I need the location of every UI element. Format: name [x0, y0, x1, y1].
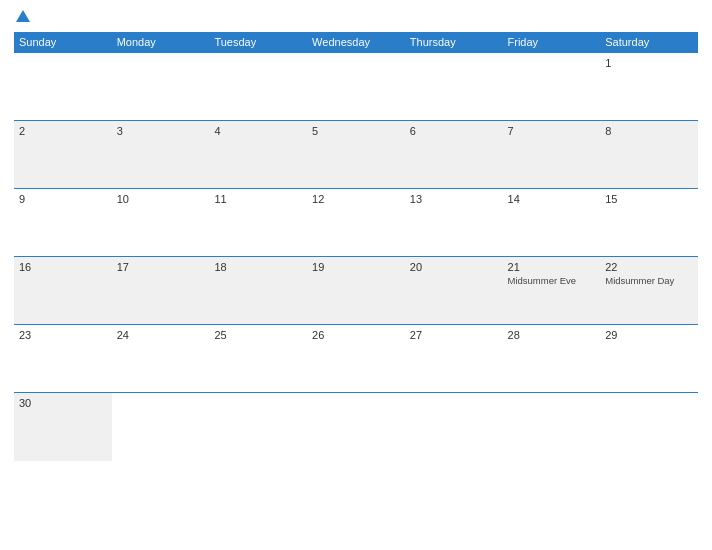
weekday-header-friday: Friday: [503, 32, 601, 53]
day-number: 15: [605, 193, 693, 205]
page-header: [14, 10, 698, 24]
day-number: 10: [117, 193, 205, 205]
day-number: 8: [605, 125, 693, 137]
calendar-cell: [112, 53, 210, 121]
logo-block: [14, 10, 30, 24]
day-number: 9: [19, 193, 107, 205]
day-number: 14: [508, 193, 596, 205]
calendar-cell: [503, 53, 601, 121]
calendar-table: SundayMondayTuesdayWednesdayThursdayFrid…: [14, 32, 698, 461]
calendar-cell: 21Midsummer Eve: [503, 257, 601, 325]
calendar-cell: 30: [14, 393, 112, 461]
weekday-header-wednesday: Wednesday: [307, 32, 405, 53]
calendar-week-row: 2345678: [14, 121, 698, 189]
weekday-header-tuesday: Tuesday: [209, 32, 307, 53]
day-number: 25: [214, 329, 302, 341]
calendar-cell: 8: [600, 121, 698, 189]
calendar-cell: 13: [405, 189, 503, 257]
calendar-cell: [307, 53, 405, 121]
weekday-header-thursday: Thursday: [405, 32, 503, 53]
weekday-header-sunday: Sunday: [14, 32, 112, 53]
calendar-cell: 2: [14, 121, 112, 189]
calendar-cell: [600, 393, 698, 461]
day-number: 5: [312, 125, 400, 137]
day-number: 3: [117, 125, 205, 137]
day-number: 19: [312, 261, 400, 273]
calendar-cell: 24: [112, 325, 210, 393]
calendar-cell: 12: [307, 189, 405, 257]
day-number: 1: [605, 57, 693, 69]
day-number: 11: [214, 193, 302, 205]
calendar-week-row: 23242526272829: [14, 325, 698, 393]
logo-triangle-icon: [16, 10, 30, 22]
day-event: Midsummer Eve: [508, 275, 596, 286]
day-number: 23: [19, 329, 107, 341]
calendar-cell: [14, 53, 112, 121]
day-number: 26: [312, 329, 400, 341]
day-event: Midsummer Day: [605, 275, 693, 286]
calendar-cell: 10: [112, 189, 210, 257]
day-number: 18: [214, 261, 302, 273]
day-number: 12: [312, 193, 400, 205]
calendar-cell: [209, 53, 307, 121]
calendar-cell: 20: [405, 257, 503, 325]
day-number: 30: [19, 397, 107, 409]
calendar-week-row: 30: [14, 393, 698, 461]
calendar-cell: [112, 393, 210, 461]
calendar-cell: 27: [405, 325, 503, 393]
calendar-cell: 19: [307, 257, 405, 325]
day-number: 6: [410, 125, 498, 137]
calendar-cell: [405, 53, 503, 121]
day-number: 16: [19, 261, 107, 273]
calendar-week-row: 161718192021Midsummer Eve22Midsummer Day: [14, 257, 698, 325]
calendar-cell: 11: [209, 189, 307, 257]
calendar-cell: 4: [209, 121, 307, 189]
calendar-cell: 25: [209, 325, 307, 393]
calendar-cell: 23: [14, 325, 112, 393]
weekday-header-row: SundayMondayTuesdayWednesdayThursdayFrid…: [14, 32, 698, 53]
day-number: 28: [508, 329, 596, 341]
calendar-cell: 5: [307, 121, 405, 189]
calendar-cell: 28: [503, 325, 601, 393]
calendar-cell: [503, 393, 601, 461]
weekday-header-monday: Monday: [112, 32, 210, 53]
day-number: 24: [117, 329, 205, 341]
day-number: 7: [508, 125, 596, 137]
day-number: 13: [410, 193, 498, 205]
calendar-cell: 14: [503, 189, 601, 257]
calendar-cell: 1: [600, 53, 698, 121]
day-number: 27: [410, 329, 498, 341]
calendar-cell: 17: [112, 257, 210, 325]
calendar-week-row: 1: [14, 53, 698, 121]
calendar-cell: 26: [307, 325, 405, 393]
day-number: 17: [117, 261, 205, 273]
calendar-cell: [405, 393, 503, 461]
calendar-page: SundayMondayTuesdayWednesdayThursdayFrid…: [0, 0, 712, 550]
calendar-cell: [307, 393, 405, 461]
calendar-cell: 9: [14, 189, 112, 257]
calendar-cell: [209, 393, 307, 461]
calendar-cell: 3: [112, 121, 210, 189]
calendar-cell: 15: [600, 189, 698, 257]
day-number: 21: [508, 261, 596, 273]
day-number: 22: [605, 261, 693, 273]
day-number: 29: [605, 329, 693, 341]
day-number: 20: [410, 261, 498, 273]
calendar-cell: 22Midsummer Day: [600, 257, 698, 325]
weekday-header-saturday: Saturday: [600, 32, 698, 53]
calendar-cell: 7: [503, 121, 601, 189]
calendar-cell: 29: [600, 325, 698, 393]
calendar-cell: 18: [209, 257, 307, 325]
logo: [14, 10, 30, 24]
calendar-cell: 6: [405, 121, 503, 189]
calendar-week-row: 9101112131415: [14, 189, 698, 257]
day-number: 4: [214, 125, 302, 137]
calendar-cell: 16: [14, 257, 112, 325]
day-number: 2: [19, 125, 107, 137]
